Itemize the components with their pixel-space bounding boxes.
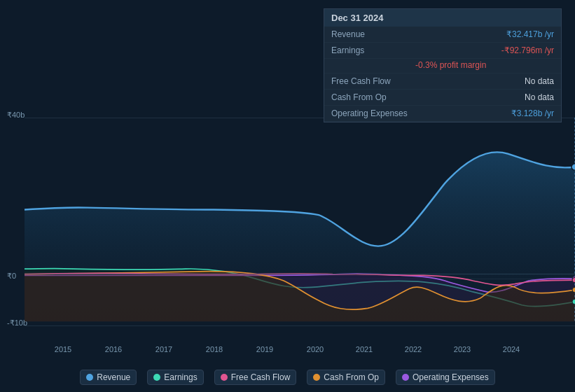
tooltip-row-revenue: Revenue ₹32.417b /yr bbox=[324, 27, 561, 43]
svg-point-3 bbox=[572, 299, 575, 304]
tooltip-label-cashop: Cash From Op bbox=[331, 92, 415, 102]
legend-revenue[interactable]: Revenue bbox=[80, 370, 137, 385]
chart-container: Dec 31 2024 Revenue ₹32.417b /yr Earning… bbox=[0, 0, 575, 392]
legend-fcf[interactable]: Free Cash Flow bbox=[214, 370, 297, 385]
legend: Revenue Earnings Free Cash Flow Cash Fro… bbox=[0, 370, 575, 385]
tooltip-header: Dec 31 2024 bbox=[324, 9, 561, 27]
x-label-2015: 2015 bbox=[55, 345, 71, 354]
legend-dot-fcf bbox=[221, 374, 228, 381]
tooltip-label-opex: Operating Expenses bbox=[331, 108, 415, 118]
tooltip-profit-margin: -0.3% profit margin bbox=[324, 59, 561, 74]
x-label-2016: 2016 bbox=[105, 345, 122, 354]
x-label-2017: 2017 bbox=[155, 345, 172, 354]
legend-dot-revenue bbox=[86, 374, 93, 381]
legend-label-fcf: Free Cash Flow bbox=[231, 372, 291, 382]
x-label-2021: 2021 bbox=[356, 345, 373, 354]
tooltip-row-fcf: Free Cash Flow No data bbox=[324, 74, 561, 90]
tooltip-value-revenue: ₹32.417b /yr bbox=[506, 29, 554, 39]
y-label-top: ₹40b bbox=[7, 111, 25, 120]
tooltip-label-revenue: Revenue bbox=[331, 29, 415, 39]
x-label-2019: 2019 bbox=[256, 345, 273, 354]
tooltip-row-cashop: Cash From Op No data bbox=[324, 90, 561, 106]
tooltip-label-earnings: Earnings bbox=[331, 46, 415, 55]
x-label-2018: 2018 bbox=[206, 345, 223, 354]
tooltip-row-opex: Operating Expenses ₹3.128b /yr bbox=[324, 106, 561, 122]
legend-earnings[interactable]: Earnings bbox=[147, 370, 203, 385]
legend-dot-earnings bbox=[153, 374, 160, 381]
legend-cashop[interactable]: Cash From Op bbox=[307, 370, 385, 385]
x-label-2022: 2022 bbox=[405, 345, 422, 354]
legend-label-revenue: Revenue bbox=[97, 372, 130, 382]
tooltip-value-fcf: No data bbox=[525, 76, 554, 86]
tooltip-row-earnings: Earnings -₹92.796m /yr bbox=[324, 43, 561, 59]
svg-point-2 bbox=[571, 164, 575, 170]
x-label-2024: 2024 bbox=[503, 345, 520, 354]
x-label-2020: 2020 bbox=[307, 345, 324, 354]
tooltip-panel: Dec 31 2024 Revenue ₹32.417b /yr Earning… bbox=[324, 8, 562, 122]
tooltip-value-earnings: -₹92.796m /yr bbox=[501, 46, 554, 55]
svg-point-5 bbox=[572, 287, 575, 293]
legend-label-earnings: Earnings bbox=[164, 372, 197, 382]
legend-label-opex: Operating Expenses bbox=[413, 372, 489, 382]
y-label-mid: ₹0 bbox=[7, 272, 16, 281]
legend-label-cashop: Cash From Op bbox=[324, 372, 379, 382]
legend-dot-opex bbox=[402, 374, 409, 381]
svg-point-6 bbox=[572, 277, 575, 283]
legend-dot-cashop bbox=[313, 374, 320, 381]
x-label-2023: 2023 bbox=[454, 345, 471, 354]
tooltip-value-cashop: No data bbox=[525, 92, 554, 102]
chart-svg bbox=[25, 118, 575, 335]
tooltip-label-fcf: Free Cash Flow bbox=[331, 76, 415, 86]
legend-opex[interactable]: Operating Expenses bbox=[396, 370, 495, 385]
tooltip-value-opex: ₹3.128b /yr bbox=[511, 108, 554, 118]
